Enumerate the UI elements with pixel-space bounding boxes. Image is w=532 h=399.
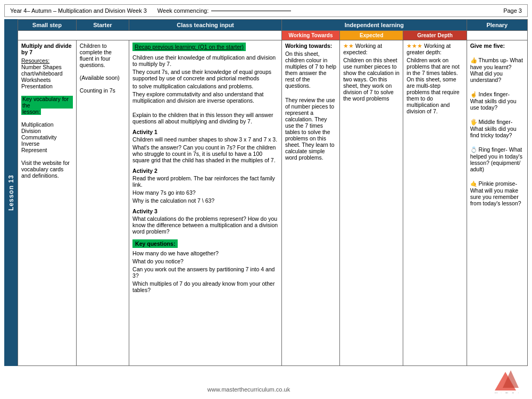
plenary-item3: 🖐 Middle finger- What skills did you fin… <box>470 119 524 138</box>
activity1-q: What's the answer? Can you count in 7s? … <box>132 144 278 163</box>
activity2-q2: Why is the calculation not 7 \ 63? <box>132 197 278 204</box>
cell-working-towards: Working towards: On this sheet, children… <box>281 40 339 366</box>
visit-text: Visit the website for vocabulary cards a… <box>21 160 73 179</box>
teaching-para2: to solve multiplication calculations and… <box>132 83 278 89</box>
recap-text: Children use their knowledge of multipli… <box>132 54 278 67</box>
small-step-title: Multiply and divide by 7 <box>21 43 73 55</box>
kq2: What do you notice? <box>132 258 278 264</box>
vocab-inverse: Inverse <box>21 140 73 147</box>
kq1: How many do we have altogether? <box>132 250 278 256</box>
subheader-working-towards: Working Towards <box>281 31 339 40</box>
vocab-commutativity: Commutativity <box>21 134 73 140</box>
activity1-title: Activity 1 <box>132 129 278 135</box>
activity1-text: Children will need number shapes to show… <box>132 136 278 143</box>
cell-plenary: Give me five: 👍 Thumbs up- What have you… <box>467 40 527 366</box>
plenary-item4: 💍 Ring finger- What helped you in today'… <box>470 146 524 172</box>
kq3: Can you work out the answers by partitio… <box>132 266 278 279</box>
resource-item-2: chart/whiteboard <box>21 70 73 77</box>
activity3-title: Activity 3 <box>132 208 278 214</box>
working-towards-text2: They review the use of number pieces to … <box>285 97 336 161</box>
cell-starter: Children to complete the fluent in four … <box>76 40 129 366</box>
starter-text2: (Available soon) <box>80 74 126 81</box>
key-questions-box: Key questions: <box>132 239 178 248</box>
expected-text: Children on this sheet use number pieces… <box>343 57 400 102</box>
greater-depth-stars: ★★★ Working at greater depth: <box>406 43 463 55</box>
page-header: Year 4– Autumn – Multiplication and Divi… <box>4 4 528 17</box>
subheader-expected: Expected <box>340 31 403 40</box>
page-title: Year 4– Autumn – Multiplication and Divi… <box>10 7 147 14</box>
starter-text1: Children to complete the fluent in four … <box>80 43 126 68</box>
col-header-class-teaching: Class teaching input <box>129 20 282 31</box>
col-header-starter: Starter <box>76 20 129 31</box>
working-towards-text1: On this sheet, children colour in multip… <box>285 51 336 89</box>
working-towards-header: Working towards: <box>285 43 336 49</box>
col-header-plenary: Plenary <box>467 20 527 31</box>
vocab-represent: Represent <box>21 147 73 153</box>
lesson-label: Lesson 13 <box>4 19 18 366</box>
logo-icon: Master The Curriculum <box>492 369 519 393</box>
starter-text3: Counting in 7s <box>80 87 126 94</box>
col-header-independent: Independent learning <box>281 20 467 31</box>
plenary-intro: Give me five: <box>470 43 524 49</box>
vocab-multiplication: Multiplication <box>21 121 73 128</box>
subheader-greater-depth: Greater Depth <box>403 31 467 40</box>
col-header-small-step: Small step <box>18 20 77 31</box>
cell-teaching: Recap previous learning: (Q1 on the star… <box>129 40 282 366</box>
logo-area: Master The Curriculum <box>492 369 527 397</box>
resource-item-4: Presentation <box>21 83 73 89</box>
activity2-q1: How many 7s go into 63? <box>132 189 278 196</box>
kq4: Which multiples of 7 do you already know… <box>132 280 278 293</box>
resource-item-1: Number Shapes <box>21 64 73 70</box>
activity2-title: Activity 2 <box>132 168 278 174</box>
content-table: Small step Starter Class teaching input … <box>18 19 528 366</box>
expected-stars: ★★ Working at expected: <box>343 43 400 55</box>
resource-item-3: Worksheets <box>21 77 73 83</box>
cell-small-step: Multiply and divide by 7 Resources: Numb… <box>18 40 77 366</box>
footer-website: www.masterthecurriculum.co.uk <box>203 382 294 397</box>
resources-label: Resources: <box>21 57 73 64</box>
svg-text:Master The Curriculum: Master The Curriculum <box>495 392 519 393</box>
plenary-item1: 👍 Thumbs up- What have you learnt? What … <box>470 57 524 83</box>
vocab-division: Division <box>21 128 73 134</box>
activity2-text: Read the word problem. The bar reinforce… <box>132 175 278 188</box>
main-area: Lesson 13 Small step Starter Class teach… <box>4 19 528 366</box>
teaching-explain: Explain to the children that in this les… <box>132 112 278 124</box>
cell-greater-depth: ★★★ Working at greater depth: Children w… <box>403 40 467 366</box>
week-commencing: Week commencing: <box>157 7 291 14</box>
page-number: Page 3 <box>503 7 522 14</box>
activity3-text: What calculations do the problems repres… <box>132 215 278 235</box>
key-vocab-highlight: Key vocabulary for the lesson: <box>21 96 73 115</box>
recap-label: Recap previous learning: (Q1 on the star… <box>132 43 246 51</box>
plenary-item5: 🤙 Pinkie promise- What will you make sur… <box>470 180 524 206</box>
greater-depth-text: Children work on problems that are not i… <box>406 57 463 114</box>
plenary-item2: ☝ Index finger- What skills did you use … <box>470 91 524 111</box>
teaching-para1: They count 7s, and use their knowledge o… <box>132 69 278 81</box>
teaching-para3: They explore commutativity and also unde… <box>132 91 278 104</box>
cell-expected: ★★ Working at expected: Children on this… <box>340 40 403 366</box>
